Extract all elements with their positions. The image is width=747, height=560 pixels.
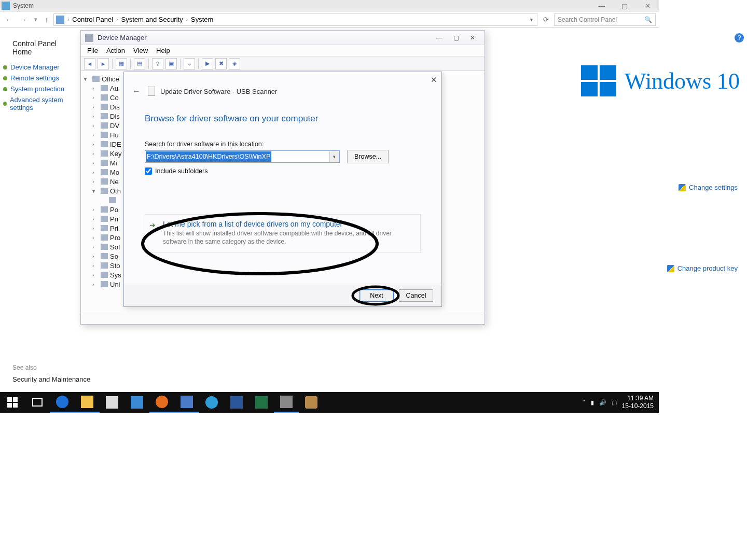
- tb-update-icon[interactable]: ⟐: [184, 58, 195, 69]
- path-input[interactable]: [145, 150, 340, 163]
- tree-node[interactable]: ›Sto: [92, 261, 126, 270]
- tree-node[interactable]: ›Uni: [92, 279, 126, 289]
- maximize-button[interactable]: ▢: [613, 0, 636, 11]
- cp-home-link[interactable]: Control Panel Home: [3, 39, 78, 56]
- help-icon[interactable]: ?: [735, 33, 744, 43]
- dm-close-button[interactable]: ✕: [465, 32, 480, 44]
- nav-recent-icon[interactable]: ▾: [32, 16, 39, 23]
- breadcrumb-part[interactable]: Control Panel: [72, 16, 113, 23]
- tree-node[interactable]: ▾Oth: [92, 186, 126, 195]
- expand-icon[interactable]: ›: [92, 170, 99, 175]
- tree-node[interactable]: ›Mo: [92, 167, 126, 177]
- refresh-icon[interactable]: ⟳: [541, 16, 551, 23]
- dm-minimize-button[interactable]: —: [432, 32, 447, 44]
- change-product-key-link[interactable]: Change product key: [667, 264, 738, 272]
- menu-action[interactable]: Action: [106, 47, 125, 54]
- expand-icon[interactable]: ›: [92, 132, 99, 138]
- tree-root[interactable]: ▾Office: [84, 74, 126, 83]
- nav-forward-icon[interactable]: →: [18, 16, 29, 24]
- taskbar-app-explorer[interactable]: [75, 392, 100, 413]
- taskbar-clock[interactable]: 11:39 AM 15-10-2015: [622, 395, 654, 410]
- expand-icon[interactable]: ›: [92, 282, 99, 287]
- path-combobox[interactable]: F:\Drivers\Astra4100\HKDrivers\OS\WinXP …: [145, 150, 340, 163]
- tree-node[interactable]: ›IDE: [92, 139, 126, 149]
- task-view-button[interactable]: [25, 392, 50, 413]
- tb-help-icon[interactable]: ?: [152, 58, 163, 69]
- sidebar-link-advanced[interactable]: Advanced system settings: [3, 96, 78, 111]
- breadcrumb-part[interactable]: System: [191, 16, 213, 23]
- see-also-link[interactable]: Security and Maintenance: [12, 375, 90, 383]
- expand-icon[interactable]: ›: [92, 160, 99, 166]
- tree-node[interactable]: ›Sys: [92, 270, 126, 279]
- tb-properties-icon[interactable]: ▤: [134, 58, 145, 69]
- tree-node[interactable]: ›Pri: [92, 223, 126, 233]
- taskbar-app-excel[interactable]: [249, 392, 274, 413]
- tree-node[interactable]: ›Sof: [92, 242, 126, 251]
- expand-icon[interactable]: ›: [92, 272, 99, 278]
- menu-file[interactable]: File: [87, 47, 98, 54]
- expand-icon[interactable]: ›: [92, 86, 99, 91]
- wizard-back-button[interactable]: ←: [130, 87, 143, 96]
- expand-icon[interactable]: ›: [92, 244, 99, 250]
- sidebar-link-remote[interactable]: Remote settings: [3, 74, 78, 82]
- minimize-button[interactable]: —: [590, 0, 613, 11]
- breadcrumb-dropdown-icon[interactable]: ▾: [528, 17, 535, 22]
- breadcrumb-part[interactable]: System and Security: [121, 16, 183, 23]
- checkbox-input[interactable]: [145, 167, 152, 175]
- expand-icon[interactable]: ›: [92, 104, 99, 110]
- breadcrumb[interactable]: › Control Panel › System and Security › …: [53, 13, 537, 26]
- expand-icon[interactable]: ›: [92, 207, 99, 213]
- expand-icon[interactable]: ›: [92, 254, 99, 259]
- taskbar-app-ie[interactable]: [199, 392, 224, 413]
- tree-node[interactable]: ›Co: [92, 93, 126, 102]
- expand-icon[interactable]: ▾: [92, 188, 99, 194]
- search-input[interactable]: Search Control Panel 🔍: [554, 13, 656, 26]
- expand-icon[interactable]: ›: [92, 114, 99, 119]
- tree-node[interactable]: ›So: [92, 251, 126, 261]
- next-button[interactable]: Next: [359, 289, 394, 302]
- taskbar-app-system[interactable]: [174, 392, 199, 413]
- menu-help[interactable]: Help: [156, 47, 170, 54]
- tb-legacy-icon[interactable]: ◈: [229, 58, 240, 69]
- taskbar-app-devmgr[interactable]: [274, 392, 299, 413]
- nav-up-icon[interactable]: ↑: [43, 16, 50, 24]
- network-icon[interactable]: ⬚: [612, 399, 617, 406]
- taskbar-app-firefox[interactable]: [149, 392, 174, 413]
- tree-node[interactable]: ›Dis: [92, 102, 126, 111]
- expand-icon[interactable]: ›: [92, 142, 99, 147]
- tree-node[interactable]: ›Mi: [92, 158, 126, 167]
- pick-from-list-option[interactable]: ➔ Let me pick from a list of device driv…: [145, 214, 421, 253]
- wizard-close-button[interactable]: ✕: [431, 75, 437, 85]
- tree-node[interactable]: ›Pri: [92, 214, 126, 223]
- expand-icon[interactable]: ›: [92, 216, 99, 222]
- expand-icon[interactable]: ›: [92, 123, 99, 129]
- dm-maximize-button[interactable]: ▢: [448, 32, 464, 44]
- tb-show-hidden-icon[interactable]: ▦: [116, 58, 127, 69]
- battery-icon[interactable]: ▮: [591, 399, 594, 406]
- expand-icon[interactable]: ›: [92, 263, 99, 269]
- change-settings-link[interactable]: Change settings: [679, 184, 738, 191]
- tb-back-icon[interactable]: ◄: [84, 58, 95, 69]
- expand-icon[interactable]: ›: [92, 226, 99, 231]
- tree-node[interactable]: ›Po: [92, 205, 126, 214]
- menu-view[interactable]: View: [133, 47, 148, 54]
- sidebar-link-device-manager[interactable]: Device Manager: [3, 63, 78, 71]
- device-tree[interactable]: ▾Office ›Au›Co›Dis›Dis›DV›Hu›IDE›Key›Mi›…: [84, 74, 126, 289]
- taskbar-app-store[interactable]: [100, 392, 125, 413]
- expand-icon[interactable]: ›: [92, 179, 99, 185]
- taskbar-app-acrobat[interactable]: [125, 392, 149, 413]
- start-button[interactable]: [0, 392, 25, 413]
- close-button[interactable]: ✕: [636, 0, 659, 11]
- tree-node[interactable]: ›Dis: [92, 111, 126, 121]
- tree-node[interactable]: ›Au: [92, 83, 126, 93]
- system-tray[interactable]: ˄ ▮ 🔊 ⬚ 11:39 AM 15-10-2015: [583, 395, 659, 410]
- cancel-button[interactable]: Cancel: [399, 289, 433, 302]
- taskbar-app-paint[interactable]: [299, 392, 324, 413]
- tb-forward-icon[interactable]: ►: [98, 58, 109, 69]
- volume-icon[interactable]: 🔊: [599, 399, 606, 406]
- tree-node[interactable]: ›Pro: [92, 233, 126, 242]
- expand-icon[interactable]: ›: [92, 95, 99, 101]
- include-subfolders-checkbox[interactable]: Include subfolders: [145, 167, 441, 175]
- sidebar-link-protection[interactable]: System protection: [3, 85, 78, 93]
- tb-uninstall-icon[interactable]: ✖: [215, 58, 227, 69]
